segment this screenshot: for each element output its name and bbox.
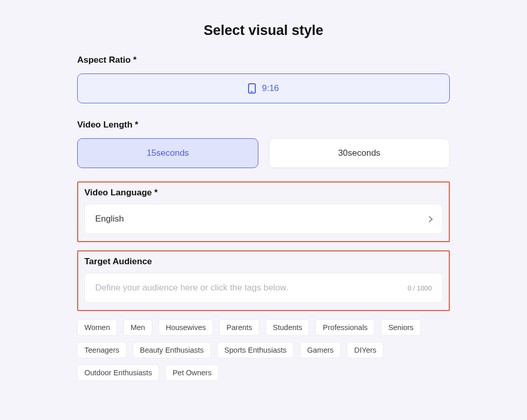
aspect-ratio-option-9-16[interactable]: 9:16 <box>77 74 450 103</box>
audience-tag[interactable]: Beauty Enthusiasts <box>133 342 211 358</box>
audience-tag[interactable]: Sports Enthusiasts <box>217 342 294 358</box>
video-language-label: Video Language * <box>84 188 443 198</box>
audience-tag[interactable]: Pet Owners <box>165 364 219 381</box>
target-audience-label: Target Audience <box>84 257 443 267</box>
video-language-select[interactable]: English <box>84 204 443 234</box>
audience-tag[interactable]: Teenagers <box>77 342 127 358</box>
audience-tag[interactable]: Seniors <box>381 319 420 336</box>
audience-tag[interactable]: DIYers <box>347 342 383 358</box>
audience-tag[interactable]: Men <box>124 319 152 336</box>
audience-tag[interactable]: Gamers <box>300 342 341 358</box>
video-language-section: Video Language * English <box>77 181 450 242</box>
target-audience-section: Target Audience 0 / 1000 <box>77 250 450 311</box>
target-audience-input-wrap: 0 / 1000 <box>84 273 443 303</box>
page-title: Select visual style <box>77 23 450 39</box>
aspect-ratio-label: Aspect Ratio * <box>77 55 450 65</box>
audience-tag[interactable]: Women <box>77 319 117 336</box>
audience-tag[interactable]: Outdoor Enthusiasts <box>77 364 159 381</box>
video-length-option-30s[interactable]: 30seconds <box>269 138 450 168</box>
aspect-ratio-value: 9:16 <box>262 83 279 94</box>
phone-portrait-icon <box>248 83 256 94</box>
video-language-value: English <box>95 214 124 224</box>
audience-tags: WomenMenHousewivesParentsStudentsProfess… <box>77 319 450 381</box>
character-counter: 0 / 1000 <box>408 284 432 292</box>
chevron-right-icon <box>426 216 433 223</box>
audience-tag[interactable]: Housewives <box>159 319 213 336</box>
video-length-options: 15seconds 30seconds <box>77 138 450 168</box>
audience-tag[interactable]: Students <box>266 319 309 336</box>
audience-tag[interactable]: Professionals <box>315 319 375 336</box>
video-length-label: Video Length * <box>77 120 450 130</box>
video-length-option-15s[interactable]: 15seconds <box>77 138 258 168</box>
target-audience-input[interactable] <box>95 283 401 293</box>
audience-tag[interactable]: Parents <box>219 319 259 336</box>
